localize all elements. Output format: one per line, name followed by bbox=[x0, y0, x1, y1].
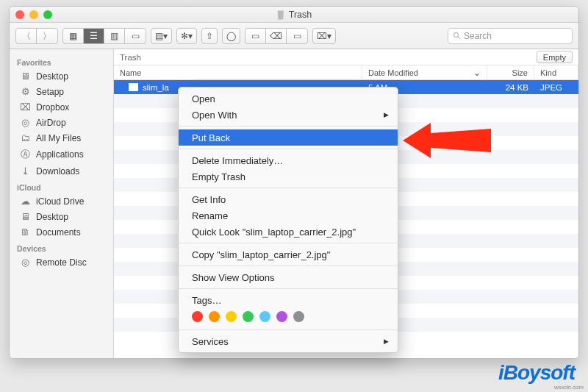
sidebar-item-label: AirDrop bbox=[36, 118, 66, 128]
nav-back-forward[interactable]: 〈 〉 bbox=[15, 28, 58, 44]
file-size: 24 KB bbox=[487, 83, 534, 92]
list-view-icon: ☰ bbox=[90, 32, 98, 40]
menu-separator bbox=[179, 266, 398, 266]
sidebar-item[interactable]: ⤓Downloads bbox=[10, 163, 113, 179]
menu-item[interactable]: Services bbox=[179, 333, 398, 349]
sidebar-item-icon: 🖥 bbox=[20, 71, 31, 82]
zoom-window-button[interactable] bbox=[43, 10, 52, 19]
dropbox-button[interactable]: ⌧▾ bbox=[312, 28, 336, 44]
file-thumbnail-icon bbox=[129, 83, 138, 91]
sidebar-item-icon: 🗂 bbox=[20, 132, 31, 143]
column-date-modified[interactable]: Date Modified⌄ bbox=[362, 65, 487, 79]
menu-separator bbox=[179, 288, 398, 289]
sidebar-heading: Favorites bbox=[10, 54, 113, 68]
folder-tools[interactable]: ▭ ⌫ ▭ bbox=[245, 28, 308, 44]
tag-swatch[interactable] bbox=[293, 311, 304, 322]
sidebar-item-label: Setapp bbox=[36, 87, 64, 97]
column-view-icon: ▥ bbox=[110, 32, 118, 40]
watermark-logo: iBoysoft bbox=[498, 361, 575, 385]
window-title-text: Trash bbox=[289, 10, 312, 20]
sidebar-item[interactable]: ⚙Setapp bbox=[10, 84, 113, 99]
menu-item[interactable]: Empty Trash bbox=[179, 168, 398, 185]
column-size[interactable]: Size bbox=[487, 65, 534, 79]
sidebar-item-icon: Ⓐ bbox=[20, 148, 31, 161]
sidebar-item[interactable]: ◎Remote Disc bbox=[10, 254, 113, 270]
icon-view-icon: ▦ bbox=[69, 32, 77, 40]
sidebar-item-label: All My Files bbox=[36, 133, 81, 143]
search-placeholder: Search bbox=[464, 31, 492, 41]
sidebar-item-icon: ⤓ bbox=[20, 165, 31, 177]
back-icon: 〈 bbox=[22, 32, 31, 40]
share-button[interactable]: ⇧ bbox=[201, 28, 218, 44]
menu-item[interactable]: Show View Options bbox=[179, 269, 398, 285]
sidebar-item-icon: ⌧ bbox=[20, 101, 31, 113]
context-menu: OpenOpen WithPut BackDelete Immediately…… bbox=[178, 87, 398, 353]
menu-item[interactable]: Quick Look "slim_laptop_carrier_2.jpg" bbox=[179, 224, 398, 240]
menu-item[interactable]: Rename bbox=[179, 207, 398, 224]
tags-button[interactable]: ◯ bbox=[222, 28, 240, 44]
sidebar-item[interactable]: 🗎Documents bbox=[10, 224, 113, 240]
menu-separator bbox=[179, 126, 398, 126]
menu-item[interactable]: Delete Immediately… bbox=[179, 152, 398, 168]
svg-point-0 bbox=[453, 32, 458, 37]
sidebar-item[interactable]: ◎AirDrop bbox=[10, 115, 113, 130]
svg-line-1 bbox=[458, 37, 460, 39]
titlebar: Trash bbox=[10, 7, 578, 23]
column-name[interactable]: Name bbox=[114, 65, 362, 79]
action-button[interactable]: ✻▾ bbox=[176, 28, 197, 44]
sidebar-heading: iCloud bbox=[10, 179, 113, 193]
menu-item[interactable]: Put Back bbox=[179, 129, 398, 146]
tag-swatch[interactable] bbox=[226, 311, 237, 322]
sidebar-item[interactable]: ⒶApplications bbox=[10, 146, 113, 163]
menu-item[interactable]: Open bbox=[179, 90, 398, 107]
tag-swatch[interactable] bbox=[259, 311, 270, 322]
trash-icon bbox=[276, 10, 285, 20]
watermark-source: wsxdn.com bbox=[554, 384, 584, 391]
sidebar-item[interactable]: 🖥Desktop bbox=[10, 209, 113, 224]
window-controls bbox=[15, 10, 52, 19]
path-location: Trash bbox=[120, 53, 141, 62]
new-folder-icon: ▭ bbox=[293, 32, 301, 40]
file-name: slim_la bbox=[143, 83, 169, 92]
tag-icon: ◯ bbox=[226, 32, 236, 40]
menu-item[interactable]: Copy "slim_laptop_carrier_2.jpg" bbox=[179, 246, 398, 263]
toolbar: 〈 〉 ▦ ☰ ▥ ▭ ▤▾ ✻▾ ⇧ ◯ ▭ ⌫ ▭ ⌧▾ Search bbox=[10, 23, 578, 49]
minimize-window-button[interactable] bbox=[29, 10, 38, 19]
empty-trash-button[interactable]: Empty bbox=[537, 51, 573, 63]
sidebar-heading: Devices bbox=[10, 240, 113, 254]
view-mode-segmented[interactable]: ▦ ☰ ▥ ▭ bbox=[62, 28, 146, 44]
sidebar-item[interactable]: ⌧Dropbox bbox=[10, 99, 113, 115]
search-field[interactable]: Search bbox=[448, 28, 573, 44]
tag-swatch[interactable] bbox=[243, 311, 254, 322]
sidebar-item-label: Desktop bbox=[36, 71, 68, 82]
sidebar-item-icon: ◎ bbox=[20, 117, 31, 128]
sidebar-item-label: Desktop bbox=[36, 212, 68, 222]
search-icon bbox=[453, 32, 461, 40]
sidebar-item-label: iCloud Drive bbox=[36, 196, 84, 207]
sidebar-item[interactable]: ☁iCloud Drive bbox=[10, 193, 113, 209]
arrange-button[interactable]: ▤▾ bbox=[151, 28, 172, 44]
tag-swatch[interactable] bbox=[192, 311, 203, 322]
tag-swatch[interactable] bbox=[209, 311, 220, 322]
column-kind[interactable]: Kind bbox=[534, 65, 578, 79]
dropbox-icon: ⌧▾ bbox=[317, 32, 331, 40]
path-bar: Trash Empty bbox=[114, 49, 578, 65]
close-window-button[interactable] bbox=[15, 10, 24, 19]
sidebar-item[interactable]: 🗂All My Files bbox=[10, 130, 113, 146]
menu-item[interactable]: Tags… bbox=[179, 292, 398, 308]
menu-item[interactable]: Get Info bbox=[179, 191, 398, 207]
share-icon: ⇧ bbox=[206, 32, 213, 40]
menu-separator bbox=[179, 243, 398, 243]
menu-item[interactable]: Open With bbox=[179, 107, 398, 123]
file-kind: JPEG bbox=[534, 83, 578, 92]
sidebar-item[interactable]: 🖥Desktop bbox=[10, 68, 113, 84]
menu-separator bbox=[179, 329, 398, 330]
tag-swatch[interactable] bbox=[276, 311, 287, 322]
gear-icon: ✻▾ bbox=[181, 32, 193, 40]
menu-separator bbox=[179, 149, 398, 149]
sidebar-item-icon: ◎ bbox=[20, 257, 31, 268]
column-headers: Name Date Modified⌄ Size Kind bbox=[114, 65, 578, 80]
sidebar-item-label: Dropbox bbox=[36, 102, 69, 113]
sidebar-item-icon: ⚙ bbox=[20, 86, 31, 97]
delete-icon: ⌫ bbox=[270, 32, 282, 40]
